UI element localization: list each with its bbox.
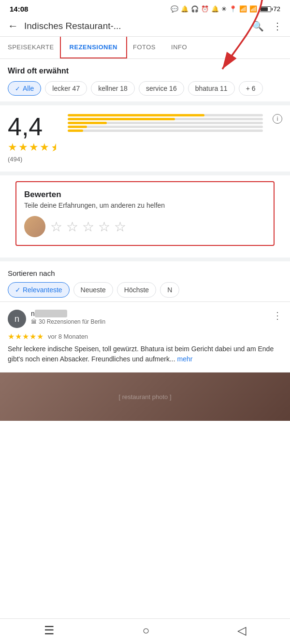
bar-row-1 — [68, 129, 263, 132]
rating-section: 4,4 ★★★★⯨ (494) i — [0, 105, 290, 175]
bar-row-3 — [68, 122, 263, 124]
tab-rezensionen[interactable]: REZENSIONEN — [62, 37, 125, 58]
review-rating-row: ★★★★★ vor 8 Monaten — [8, 332, 282, 341]
rating-stars-input[interactable]: ☆ ☆ ☆ ☆ ☆ — [50, 219, 126, 235]
image-strip: [ restaurant photo ] — [0, 372, 290, 421]
sort-chips: ✓ Relevanteste Neueste Höchste N — [8, 282, 282, 298]
chip-lecker[interactable]: lecker 47 — [45, 81, 87, 96]
review-text: Sehr leckere indische Speisen, toll gewü… — [8, 344, 282, 364]
review-menu-button[interactable]: ⋮ — [269, 310, 282, 321]
reviewer-avatar: n — [8, 310, 26, 328]
star-5[interactable]: ☆ — [114, 219, 126, 235]
back-button[interactable]: ← — [8, 20, 18, 32]
sortieren-title: Sortieren nach — [8, 269, 282, 277]
chip-kellner[interactable]: kellner 18 — [91, 81, 135, 96]
bewerten-wrapper: Bewerten Teile deine Erfahrungen, um and… — [0, 175, 290, 261]
rating-count: (494) — [8, 156, 60, 163]
sort-relevanteste[interactable]: ✓ Relevanteste — [8, 282, 70, 298]
star-4[interactable]: ☆ — [98, 219, 110, 235]
status-time: 14:08 — [10, 5, 28, 13]
rating-stars: ★★★★⯨ — [8, 141, 60, 154]
check-icon: ✓ — [15, 85, 20, 92]
rating-score: 4,4 — [8, 114, 60, 139]
sort-neueste[interactable]: Neueste — [73, 282, 113, 298]
nav-back-icon[interactable]: ◁ — [237, 624, 246, 637]
chip-alle[interactable]: ✓ Alle — [8, 81, 41, 96]
bewerten-title: Bewerten — [24, 190, 266, 200]
reviewer-initial: n — [31, 310, 35, 317]
info-icon[interactable]: i — [273, 114, 282, 124]
review-item: n n■■■■■■■■ 🏛 30 Rezensionen für Berlin … — [0, 302, 290, 372]
rating-left: 4,4 ★★★★⯨ (494) — [8, 114, 60, 163]
review-time: vor 8 Monaten — [48, 333, 88, 340]
tab-speisekarte[interactable]: SPEISEKARTE — [0, 37, 62, 58]
user-avatar — [24, 216, 45, 237]
bottom-nav: ☰ ○ ◁ — [0, 618, 290, 644]
review-stars: ★★★★★ — [8, 332, 44, 341]
bar-row-5 — [68, 114, 263, 116]
star-3[interactable]: ☆ — [82, 219, 94, 235]
sort-more[interactable]: N — [160, 282, 179, 298]
bar-row-4 — [68, 118, 263, 120]
star-1[interactable]: ☆ — [50, 219, 62, 235]
review-body: Sehr leckere indische Speisen, toll gewü… — [8, 345, 274, 363]
review-more-link[interactable]: mehr — [177, 355, 193, 363]
bewerten-section: Bewerten Teile deine Erfahrungen, um and… — [15, 181, 275, 246]
chip-service[interactable]: service 16 — [139, 81, 184, 96]
sort-hoechste[interactable]: Höchste — [117, 282, 156, 298]
reviewer-name: n■■■■■■■■ — [31, 310, 269, 317]
building-icon: 🏛 — [31, 318, 37, 325]
reviewer-name-masked: ■■■■■■■■ — [35, 310, 68, 317]
chip-alle-label: Alle — [23, 85, 34, 92]
chip-lecker-label: lecker 47 — [52, 85, 80, 92]
chip-bhatura-label: bhatura 11 — [195, 85, 228, 92]
bar-row-2 — [68, 126, 263, 128]
nav-menu-icon[interactable]: ☰ — [44, 624, 55, 637]
reviewer-sub: 🏛 30 Rezensionen für Berlin — [31, 318, 269, 325]
image-placeholder-text: [ restaurant photo ] — [118, 393, 171, 401]
chip-service-label: service 16 — [146, 85, 177, 92]
tab-fotos[interactable]: FOTOS — [125, 37, 163, 58]
star-2[interactable]: ☆ — [66, 219, 78, 235]
reviewer-info: n■■■■■■■■ 🏛 30 Rezensionen für Berlin — [31, 310, 269, 325]
chip-kellner-label: kellner 18 — [98, 85, 128, 92]
bewerten-description: Teile deine Erfahrungen, um anderen zu h… — [24, 201, 266, 209]
whatsapp-icon: 💬 — [171, 5, 178, 13]
nav-home-icon[interactable]: ○ — [143, 624, 150, 637]
rating-bars — [68, 114, 263, 133]
chip-more-label: + 6 — [246, 85, 256, 92]
review-header: n n■■■■■■■■ 🏛 30 Rezensionen für Berlin … — [8, 310, 282, 328]
bewerten-row: ☆ ☆ ☆ ☆ ☆ — [24, 216, 266, 237]
sortieren-section: Sortieren nach ✓ Relevanteste Neueste Hö… — [0, 261, 290, 302]
reviewer-count: 30 Rezensionen für Berlin — [39, 318, 105, 325]
